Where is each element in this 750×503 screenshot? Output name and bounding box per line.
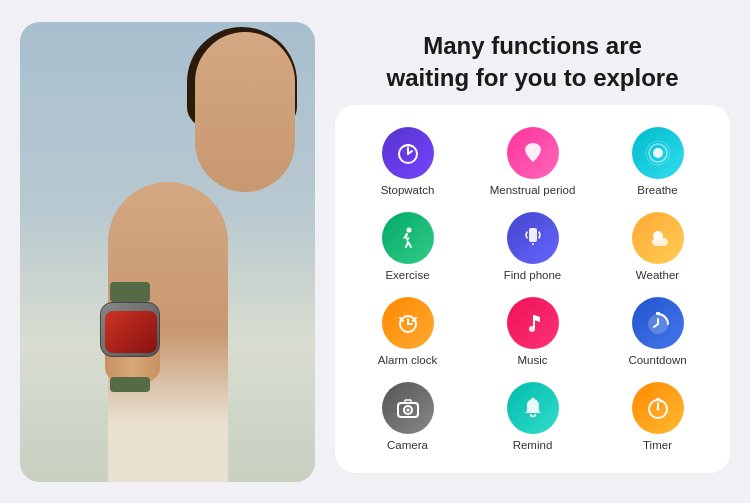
svg-point-9 [406,227,411,232]
breathe-label: Breathe [637,184,677,196]
camera-label: Camera [387,439,428,451]
function-timer[interactable]: Timer [597,378,718,455]
watch-body [100,302,160,357]
countdown-label: Countdown [628,354,686,366]
findphone-label: Find phone [504,269,562,281]
svg-rect-3 [406,144,410,147]
exercise-label: Exercise [385,269,429,281]
svg-point-25 [531,397,534,400]
svg-rect-28 [656,398,660,401]
music-label: Music [517,354,547,366]
stopwatch-icon [382,127,434,179]
function-camera[interactable]: Camera [347,378,468,455]
watch-band-top [110,282,150,302]
alarm-icon [382,297,434,349]
watch-band-bottom [110,377,150,392]
function-findphone[interactable]: Find phone [472,208,593,285]
watch-screen [105,311,157,353]
function-music[interactable]: Music [472,293,593,370]
remind-icon [507,382,559,434]
person-head [195,32,295,192]
weather-label: Weather [636,269,679,281]
stopwatch-label: Stopwatch [381,184,435,196]
menstrual-icon [507,127,559,179]
function-menstrual[interactable]: Menstrual period [472,123,593,200]
svg-point-20 [529,326,535,332]
main-container: Many functions are waiting for you to ex… [0,0,750,503]
functions-grid: Stopwatch Menstrual period [335,105,730,473]
breathe-icon [632,127,684,179]
svg-point-11 [532,243,534,245]
svg-point-27 [656,407,659,410]
menstrual-label: Menstrual period [490,184,576,196]
timer-label: Timer [643,439,672,451]
image-panel [20,22,315,482]
weather-icon [632,212,684,264]
timer-icon [632,382,684,434]
svg-rect-21 [656,312,660,315]
function-countdown[interactable]: Countdown [597,293,718,370]
function-remind[interactable]: Remind [472,378,593,455]
remind-label: Remind [513,439,553,451]
findphone-icon [507,212,559,264]
function-breathe[interactable]: Breathe [597,123,718,200]
music-icon [507,297,559,349]
svg-point-24 [406,408,409,411]
camera-icon [382,382,434,434]
exercise-icon [382,212,434,264]
countdown-icon [632,297,684,349]
section-title: Many functions are waiting for you to ex… [386,30,678,92]
svg-rect-18 [406,315,409,317]
alarm-label: Alarm clock [378,354,437,366]
function-weather[interactable]: Weather [597,208,718,285]
function-alarm[interactable]: Alarm clock [347,293,468,370]
svg-point-6 [653,148,663,158]
svg-rect-10 [529,228,537,242]
function-stopwatch[interactable]: Stopwatch [347,123,468,200]
function-exercise[interactable]: Exercise [347,208,468,285]
right-panel: Many functions are waiting for you to ex… [335,30,730,472]
watch-wrist [100,297,170,382]
